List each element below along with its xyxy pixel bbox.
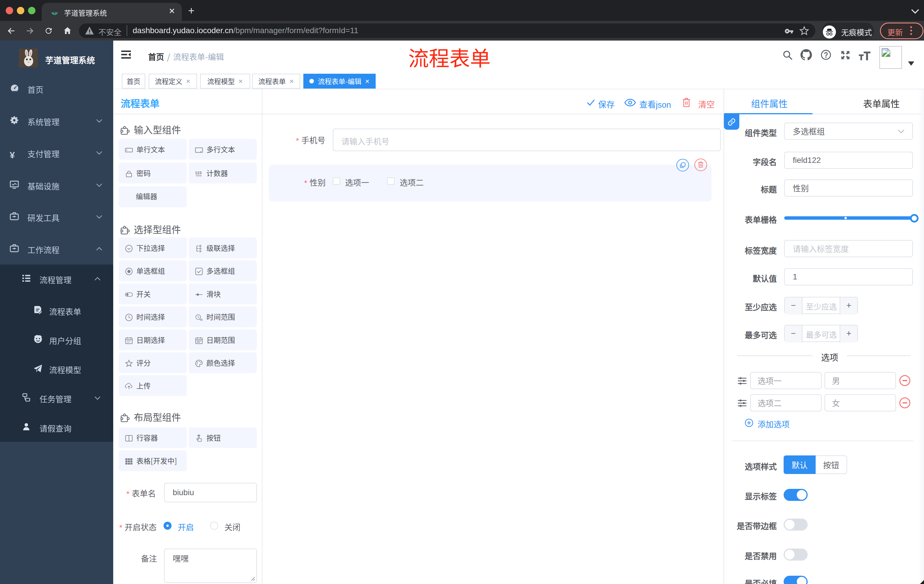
svg-text:123: 123 (195, 171, 202, 175)
